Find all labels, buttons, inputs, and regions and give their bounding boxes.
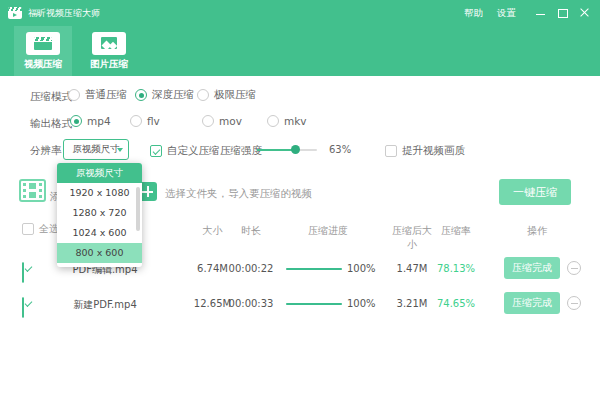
settings-link[interactable]: 设置 bbox=[497, 7, 516, 20]
mode-label: 压缩模式 bbox=[30, 90, 72, 104]
dropdown-option[interactable]: 1920 x 1080 bbox=[57, 183, 142, 203]
radio-normal-compress[interactable]: 普通压缩 bbox=[68, 88, 127, 102]
file-name: 新建PDF.mp4 bbox=[50, 298, 160, 312]
titlebar: 福昕视频压缩大师 帮助 设置 bbox=[0, 0, 600, 26]
progress-fill bbox=[286, 303, 342, 305]
checkbox-checked-icon bbox=[150, 145, 162, 157]
import-hint: 选择文件夹，导入要压缩的视频 bbox=[165, 187, 312, 201]
checkbox-icon bbox=[385, 145, 397, 157]
compress-done-button[interactable]: 压缩完成 bbox=[504, 257, 560, 279]
header-action: 操作 bbox=[510, 224, 564, 238]
file-duration: 00:00:33 bbox=[228, 298, 274, 309]
resolution-select[interactable]: 原视频尺寸 bbox=[63, 139, 129, 160]
maximize-icon[interactable] bbox=[558, 8, 568, 18]
after-size: 1.47M bbox=[388, 263, 436, 274]
radio-deep-compress[interactable]: 深度压缩 bbox=[135, 88, 194, 102]
progress-bar bbox=[286, 303, 342, 305]
custom-compress-checkbox[interactable]: 自定义压缩 bbox=[150, 144, 220, 158]
radio-label: 极限压缩 bbox=[214, 88, 256, 102]
compress-ratio: 78.13% bbox=[432, 263, 480, 274]
row-checkbox-checked[interactable] bbox=[22, 297, 24, 318]
help-link[interactable]: 帮助 bbox=[464, 7, 483, 20]
radio-format-flv[interactable]: flv bbox=[130, 115, 160, 127]
radio-icon bbox=[267, 115, 279, 127]
radio-label: mov bbox=[219, 115, 242, 127]
resolution-label: 分辨率 bbox=[30, 144, 62, 158]
close-icon[interactable] bbox=[580, 8, 590, 18]
one-click-compress-button[interactable]: 一键压缩 bbox=[499, 179, 571, 205]
radio-icon-selected bbox=[70, 115, 82, 127]
chevron-down-icon bbox=[117, 148, 123, 152]
select-all-checkbox[interactable]: 全选 bbox=[22, 222, 59, 236]
strength-value: 63% bbox=[329, 144, 351, 155]
dropdown-scrollbar[interactable] bbox=[136, 187, 140, 231]
quality-checkbox[interactable]: 提升视频画质 bbox=[385, 144, 465, 158]
video-tab-tile bbox=[26, 32, 60, 55]
radio-icon bbox=[68, 89, 80, 101]
header-duration: 时长 bbox=[228, 224, 274, 238]
strength-label: 压缩强度 bbox=[220, 144, 262, 158]
remove-file-icon[interactable] bbox=[567, 296, 581, 310]
checkbox-icon bbox=[22, 223, 34, 235]
slider-handle[interactable] bbox=[291, 145, 300, 154]
progress-fill bbox=[286, 268, 342, 270]
compress-ratio: 74.65% bbox=[432, 298, 480, 309]
radio-label: mkv bbox=[284, 115, 307, 127]
progress-percent: 100% bbox=[347, 298, 383, 309]
dropdown-option[interactable]: 1024 x 600 bbox=[57, 223, 142, 243]
image-icon bbox=[101, 37, 117, 49]
radio-label: 普通压缩 bbox=[85, 88, 127, 102]
app-logo-icon bbox=[8, 7, 22, 19]
after-size: 3.21M bbox=[388, 298, 436, 309]
dropdown-option-clipped[interactable]: 720 x 576 bbox=[57, 263, 142, 267]
radio-icon bbox=[197, 89, 209, 101]
tabbar: 视频压缩 图片压缩 bbox=[0, 26, 600, 76]
filmstrip-icon bbox=[19, 177, 46, 208]
file-duration: 00:00:22 bbox=[228, 263, 274, 274]
radio-format-mkv[interactable]: mkv bbox=[267, 115, 307, 127]
tab-label: 图片压缩 bbox=[90, 58, 128, 71]
format-label: 输出格式 bbox=[30, 117, 72, 131]
radio-icon-selected bbox=[135, 89, 147, 101]
strength-slider[interactable] bbox=[257, 149, 317, 151]
row-checkbox-checked[interactable] bbox=[22, 262, 24, 283]
header-progress: 压缩进度 bbox=[297, 224, 359, 238]
slider-fill bbox=[257, 149, 295, 151]
radio-extreme-compress[interactable]: 极限压缩 bbox=[197, 88, 256, 102]
radio-format-mp4[interactable]: mp4 bbox=[70, 115, 111, 127]
checkbox-label: 自定义压缩 bbox=[167, 144, 220, 158]
remove-file-icon[interactable] bbox=[567, 261, 581, 275]
radio-label: flv bbox=[147, 115, 160, 127]
resolution-dropdown-menu: 原视频尺寸 1920 x 1080 1280 x 720 1024 x 600 … bbox=[57, 163, 142, 267]
app-title: 福昕视频压缩大师 bbox=[28, 7, 100, 20]
table-row: 新建PDF.mp4 12.65M 00:00:33 100% 3.21M 74.… bbox=[0, 291, 600, 317]
dropdown-option[interactable]: 1280 x 720 bbox=[57, 203, 142, 223]
radio-icon bbox=[202, 115, 214, 127]
radio-format-mov[interactable]: mov bbox=[202, 115, 242, 127]
tab-label: 视频压缩 bbox=[24, 58, 62, 71]
dropdown-option-selected[interactable]: 原视频尺寸 bbox=[57, 163, 142, 183]
compress-done-button[interactable]: 压缩完成 bbox=[504, 292, 560, 314]
progress-bar bbox=[286, 268, 342, 270]
tab-image-compress[interactable]: 图片压缩 bbox=[72, 26, 146, 76]
progress-percent: 100% bbox=[347, 263, 383, 274]
header-after-size: 压缩后大小 bbox=[388, 224, 436, 252]
minimize-icon[interactable] bbox=[536, 8, 546, 18]
radio-label: 深度压缩 bbox=[152, 88, 194, 102]
clapperboard-icon bbox=[34, 37, 52, 50]
dropdown-option-hover[interactable]: 800 x 600 bbox=[57, 243, 142, 263]
checkbox-label: 提升视频画质 bbox=[402, 144, 465, 158]
radio-label: mp4 bbox=[87, 115, 111, 127]
header-ratio: 压缩率 bbox=[432, 224, 480, 238]
radio-icon bbox=[130, 115, 142, 127]
tab-video-compress[interactable]: 视频压缩 bbox=[14, 26, 72, 76]
image-tab-tile bbox=[92, 32, 126, 55]
main-content: 压缩模式 普通压缩 深度压缩 极限压缩 输出格式 mp4 flv mov mkv… bbox=[0, 76, 600, 407]
select-all-label: 全选 bbox=[39, 222, 59, 236]
resolution-selected-value: 原视频尺寸 bbox=[72, 143, 120, 156]
